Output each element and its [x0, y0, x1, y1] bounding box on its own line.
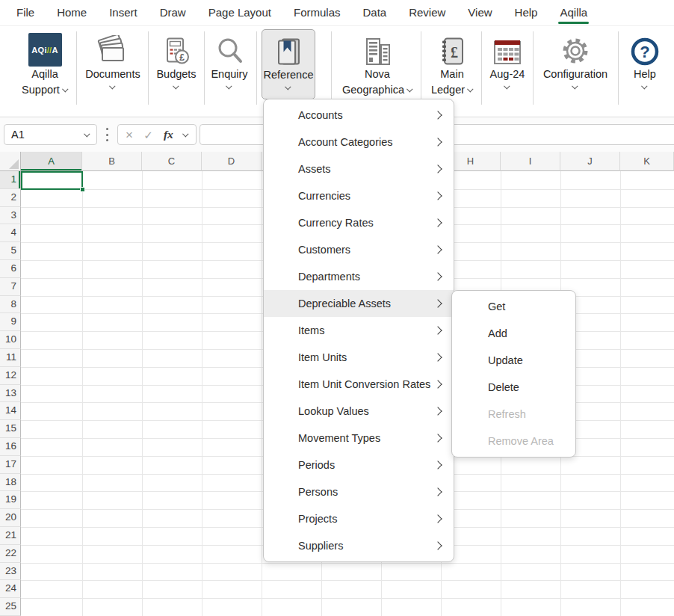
row-header-24[interactable]: 24 [0, 580, 21, 598]
row-header-20[interactable]: 20 [0, 509, 21, 527]
menu-item-label: Get [488, 301, 505, 312]
menu-item-account-categories[interactable]: Account Categories [264, 129, 454, 155]
row-header-14[interactable]: 14 [0, 402, 21, 420]
row-header-25[interactable]: 25 [0, 598, 21, 616]
fill-handle[interactable] [80, 187, 85, 192]
confirm-icon[interactable]: ✓ [143, 129, 153, 141]
menu-tab-home[interactable]: Home [57, 0, 87, 26]
excel-window: FileHomeInsertDrawPage LayoutFormulasDat… [0, 0, 674, 616]
column-header-d[interactable]: D [202, 152, 262, 171]
row-header-6[interactable]: 6 [0, 260, 21, 278]
row-header-4[interactable]: 4 [0, 224, 21, 242]
menu-tab-view[interactable]: View [468, 0, 492, 26]
chevron-down-icon[interactable] [182, 131, 188, 137]
column-header-a[interactable]: A [21, 152, 82, 171]
row-header-21[interactable]: 21 [0, 527, 21, 545]
enquiry-icon [215, 37, 244, 67]
menu-item-update[interactable]: Update [452, 347, 575, 374]
menu-item-get[interactable]: Get [452, 293, 575, 320]
menu-item-label: Item Units [298, 351, 347, 363]
menu-tab-file[interactable]: File [16, 0, 34, 26]
menu-item-periods[interactable]: Periods [264, 452, 454, 478]
menu-item-lookup-values[interactable]: Lookup Values [264, 398, 454, 425]
menu-tab-insert[interactable]: Insert [109, 0, 137, 26]
menu-item-items[interactable]: Items [264, 317, 454, 344]
row-header-17[interactable]: 17 [0, 456, 21, 474]
nova-geographica-button[interactable]: Nova Geographica [340, 29, 415, 101]
aqilla-support-button[interactable]: AQi//A Aqilla Support [17, 29, 72, 101]
budgets-icon: £ [162, 37, 191, 67]
formula-bar-grip[interactable] [105, 128, 108, 141]
enquiry-button[interactable]: Enquiry [207, 29, 252, 101]
enquiry-label: Enquiry [211, 67, 247, 82]
menu-item-currency-rates[interactable]: Currency Rates [264, 209, 454, 236]
row-header-22[interactable]: 22 [0, 545, 21, 563]
name-box-value: A1 [11, 129, 25, 141]
menu-item-suppliers[interactable]: Suppliers [264, 532, 454, 559]
column-header-b[interactable]: B [82, 152, 142, 171]
ribbon-group-separator [331, 31, 332, 105]
name-box[interactable]: A1 [4, 124, 97, 145]
submenu-expand-icon [433, 191, 442, 200]
menu-item-add[interactable]: Add [452, 320, 575, 347]
menu-item-item-units[interactable]: Item Units [264, 344, 454, 371]
row-header-3[interactable]: 3 [0, 207, 21, 225]
menu-item-persons[interactable]: Persons [264, 478, 454, 505]
column-header-i[interactable]: I [501, 152, 560, 171]
menu-tab-data[interactable]: Data [362, 0, 386, 26]
submenu-expand-icon [433, 353, 442, 361]
gear-icon [560, 35, 591, 67]
column-header-c[interactable]: C [142, 152, 202, 171]
row-header-23[interactable]: 23 [0, 563, 21, 581]
select-all-triangle-icon [9, 159, 19, 169]
row-header-10[interactable]: 10 [0, 331, 21, 349]
menu-item-label: Remove Area [488, 435, 554, 447]
menu-item-accounts[interactable]: Accounts [264, 102, 454, 129]
menu-item-customers[interactable]: Customers [264, 236, 454, 263]
menu-tab-aqilla[interactable]: Aqilla [560, 0, 587, 26]
row-header-1[interactable]: 1 [0, 171, 21, 189]
menu-tab-review[interactable]: Review [409, 0, 445, 26]
row-header-12[interactable]: 12 [0, 367, 21, 385]
aqilla-logo-icon: AQi//A [28, 33, 62, 67]
menu-item-departments[interactable]: Departments [264, 263, 454, 290]
insert-function-icon[interactable]: fx [164, 128, 173, 141]
row-header-8[interactable]: 8 [0, 296, 21, 314]
submenu-expand-icon [433, 111, 442, 119]
row-header-13[interactable]: 13 [0, 385, 21, 403]
column-header-k[interactable]: K [620, 152, 674, 171]
period-aug-24-button[interactable]: Aug-24 [486, 29, 528, 101]
row-header-2[interactable]: 2 [0, 189, 21, 207]
row-header-16[interactable]: 16 [0, 438, 21, 456]
menu-item-depreciable-assets[interactable]: Depreciable Assets [264, 290, 454, 317]
row-header-5[interactable]: 5 [0, 242, 21, 260]
menu-item-label: Departments [298, 271, 360, 283]
main-ledger-button[interactable]: £ Main Ledger [430, 29, 474, 101]
documents-label: Documents [85, 67, 140, 82]
row-header-19[interactable]: 19 [0, 491, 21, 509]
menu-item-currencies[interactable]: Currencies [264, 182, 454, 209]
menu-item-delete[interactable]: Delete [452, 374, 575, 401]
configuration-button[interactable]: Configuration [539, 29, 611, 101]
row-header-7[interactable]: 7 [0, 278, 21, 296]
row-header-15[interactable]: 15 [0, 420, 21, 438]
cancel-icon[interactable]: × [126, 129, 133, 141]
menu-tab-draw[interactable]: Draw [160, 0, 186, 26]
menu-tab-page-layout[interactable]: Page Layout [208, 0, 271, 26]
reference-button[interactable]: Reference [262, 29, 315, 99]
documents-button[interactable]: Documents [81, 29, 144, 101]
menu-item-item-unit-conversion-rates[interactable]: Item Unit Conversion Rates [264, 371, 454, 398]
row-header-11[interactable]: 11 [0, 349, 21, 367]
menu-tab-help[interactable]: Help [515, 0, 538, 26]
row-header-18[interactable]: 18 [0, 474, 21, 492]
menu-item-projects[interactable]: Projects [264, 505, 454, 532]
column-header-j[interactable]: J [560, 152, 620, 171]
budgets-button[interactable]: £ Budgets [153, 29, 200, 101]
menu-item-movement-types[interactable]: Movement Types [264, 425, 454, 452]
row-header-9[interactable]: 9 [0, 313, 21, 331]
select-all-corner[interactable] [0, 152, 21, 171]
submenu-expand-icon [433, 407, 442, 415]
menu-tab-formulas[interactable]: Formulas [294, 0, 341, 26]
help-button[interactable]: ? Help [630, 29, 660, 101]
menu-item-assets[interactable]: Assets [264, 155, 454, 182]
